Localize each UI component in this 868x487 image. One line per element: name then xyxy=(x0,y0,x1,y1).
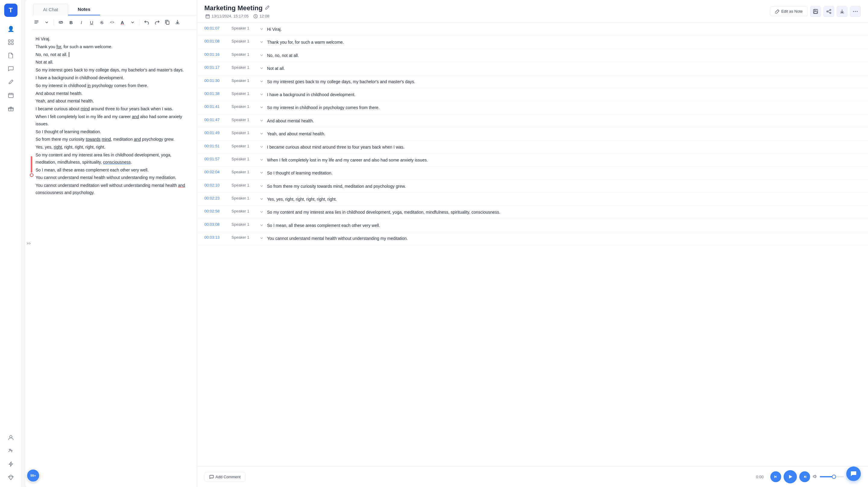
toolbar-divider-2 xyxy=(140,19,140,25)
editor-line: I have a background in childhood develop… xyxy=(36,74,190,82)
volume-control[interactable] xyxy=(812,474,844,480)
transcript-text: Thank you for, for such a warm welcome. xyxy=(267,39,861,45)
svg-rect-19 xyxy=(774,476,775,478)
editor-line: Yes, yes, right, right, right, right, ri… xyxy=(36,144,190,151)
transcript-text: You cannot understand mental health with… xyxy=(267,235,861,242)
transcript-timestamp[interactable]: 00:01:51 xyxy=(204,144,231,148)
transcript-timestamp[interactable]: 00:01:47 xyxy=(204,118,231,122)
transcript-chevron[interactable] xyxy=(258,144,265,150)
editor-line: Not at all. xyxy=(36,59,190,66)
editor-line: Thank you for, for such a warm welcome. xyxy=(36,43,190,51)
transcript-timestamp[interactable]: 00:01:38 xyxy=(204,91,231,96)
tab-ai-chat[interactable]: AI Chat xyxy=(33,4,68,16)
transcript-row: 00:01:51 Speaker 1 I became curious abou… xyxy=(197,141,868,154)
transcript-timestamp[interactable]: 00:02:10 xyxy=(204,183,231,187)
transcript-timestamp[interactable]: 00:01:16 xyxy=(204,52,231,57)
transcript-chevron[interactable] xyxy=(258,170,265,176)
tab-bar: AI Chat Notes xyxy=(28,0,197,16)
meeting-title-container: Marketing Meeting xyxy=(204,4,270,12)
notification-badge[interactable]: 99+ xyxy=(27,469,40,482)
meeting-duration: 12:08 xyxy=(259,14,270,19)
transcript-text: So my interest goes back to my college d… xyxy=(267,78,861,85)
transcript-timestamp[interactable]: 00:02:04 xyxy=(204,170,231,174)
transcript-timestamp[interactable]: 00:01:49 xyxy=(204,130,231,135)
bold-button[interactable]: B xyxy=(67,18,76,27)
align-button[interactable] xyxy=(32,18,41,27)
transcript-row: 00:01:41 Speaker 1 So my interest in chi… xyxy=(197,101,868,114)
transcript-timestamp[interactable]: 00:01:07 xyxy=(204,26,231,30)
italic-button[interactable]: I xyxy=(77,18,86,27)
align-dropdown-button[interactable] xyxy=(42,18,51,27)
sidebar-icon-translate[interactable] xyxy=(5,445,17,457)
underline-button[interactable]: U xyxy=(87,18,96,27)
editor-area[interactable]: Hi Viraj. Thank you for, for such a warm… xyxy=(28,30,197,487)
download-editor-button[interactable] xyxy=(173,18,182,27)
sidebar-icon-gift[interactable] xyxy=(5,102,17,115)
transcript-speaker: Speaker 1 xyxy=(231,118,258,122)
color-dropdown-button[interactable] xyxy=(128,18,137,27)
transcript-chevron[interactable] xyxy=(258,235,265,241)
sidebar-icon-person[interactable] xyxy=(5,431,17,444)
transcript-chevron[interactable] xyxy=(258,157,265,163)
transcript-text: And about mental health. xyxy=(267,118,861,124)
transcript-speaker: Speaker 1 xyxy=(231,130,258,135)
copy-button[interactable] xyxy=(163,18,172,27)
transcript-timestamp[interactable]: 00:01:17 xyxy=(204,65,231,70)
tab-notes[interactable]: Notes xyxy=(68,4,100,16)
sidebar-icon-users[interactable]: 👤 xyxy=(5,23,17,35)
sidebar-icon-document[interactable] xyxy=(5,50,17,61)
download-icon-button[interactable] xyxy=(837,6,847,17)
transcript-chevron[interactable] xyxy=(258,52,265,58)
share-icon-button[interactable] xyxy=(824,6,834,17)
editor-line: Hi Viraj. xyxy=(36,36,190,43)
volume-slider[interactable] xyxy=(820,476,844,477)
add-comment-button[interactable]: Add Comment xyxy=(204,472,246,482)
transcript-chevron[interactable] xyxy=(258,26,265,32)
title-edit-icon[interactable] xyxy=(265,5,270,11)
sidebar-icon-grid[interactable] xyxy=(5,36,17,48)
transcript-chevron[interactable] xyxy=(258,91,265,97)
skip-forward-button[interactable] xyxy=(799,471,810,482)
editor-toolbar: B I U S <> A xyxy=(28,16,197,30)
undo-button[interactable] xyxy=(142,18,151,27)
save-icon-button[interactable] xyxy=(810,6,821,17)
sidebar-icon-lightning[interactable] xyxy=(5,458,17,470)
transcript-chevron[interactable] xyxy=(258,118,265,124)
volume-thumb[interactable] xyxy=(832,475,836,479)
transcript-timestamp[interactable]: 00:03:08 xyxy=(204,222,231,226)
link-button[interactable] xyxy=(56,18,65,27)
transcript-timestamp[interactable]: 00:01:41 xyxy=(204,104,231,109)
transcript-chevron[interactable] xyxy=(258,130,265,136)
time-meta: 12:08 xyxy=(253,14,270,19)
transcript-timestamp[interactable]: 00:01:57 xyxy=(204,157,231,161)
sidebar-icon-chat[interactable] xyxy=(5,63,17,75)
strikethrough-button[interactable]: S xyxy=(97,18,106,27)
transcript-timestamp[interactable]: 00:01:08 xyxy=(204,39,231,43)
code-button[interactable]: <> xyxy=(107,18,117,27)
more-options-button[interactable] xyxy=(850,6,861,17)
transcript-timestamp[interactable]: 00:02:58 xyxy=(204,209,231,213)
transcript-chevron[interactable] xyxy=(258,39,265,45)
transcript-timestamp[interactable]: 00:01:30 xyxy=(204,78,231,83)
transcript-chevron[interactable] xyxy=(258,183,265,189)
transcript-chevron[interactable] xyxy=(258,65,265,71)
edit-as-note-button[interactable]: Edit as Note xyxy=(770,6,808,16)
sidebar-icon-diamond[interactable] xyxy=(5,471,17,483)
svg-point-18 xyxy=(857,11,858,12)
skip-back-button[interactable] xyxy=(770,471,781,482)
sidebar-icon-edit[interactable] xyxy=(5,76,17,88)
transcript-chevron[interactable] xyxy=(258,196,265,202)
svg-point-16 xyxy=(853,11,854,12)
transcript-timestamp[interactable]: 00:02:23 xyxy=(204,196,231,201)
transcript-chevron[interactable] xyxy=(258,104,265,110)
transcript-chevron[interactable] xyxy=(258,222,265,228)
sidebar-icon-calendar[interactable] xyxy=(5,89,17,101)
transcript-chevron[interactable] xyxy=(258,209,265,215)
chat-bubble-button[interactable] xyxy=(846,466,861,481)
redo-button[interactable] xyxy=(153,18,161,27)
transcript-timestamp[interactable]: 00:03:13 xyxy=(204,235,231,240)
transcript-chevron[interactable] xyxy=(258,78,265,84)
play-button[interactable] xyxy=(784,470,797,483)
editor-line: You cannot understand meditation well wi… xyxy=(36,182,190,196)
text-color-button[interactable]: A xyxy=(118,18,127,27)
